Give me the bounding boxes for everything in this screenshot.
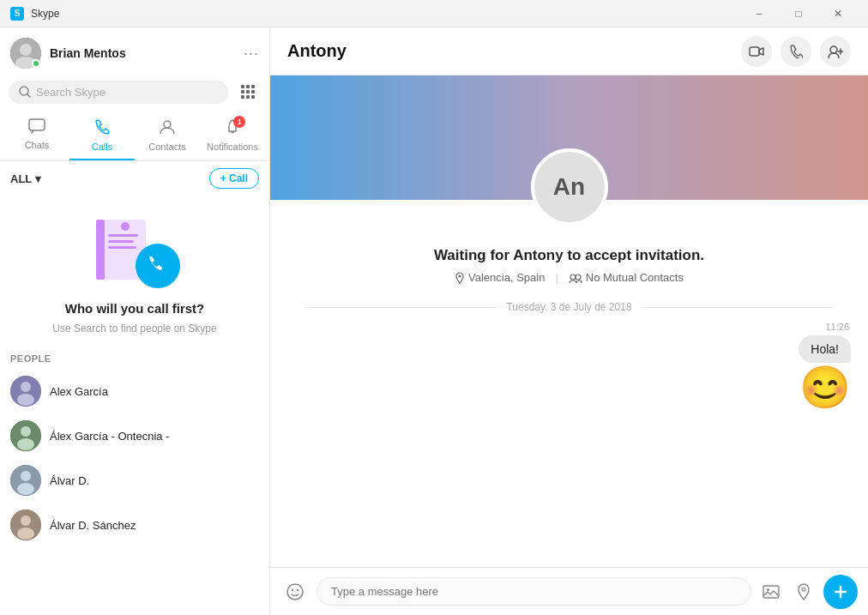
- svg-point-42: [570, 274, 576, 280]
- more-options-button[interactable]: ···: [244, 45, 259, 63]
- tab-chats[interactable]: Chats: [4, 112, 69, 160]
- search-input[interactable]: [36, 86, 218, 99]
- new-call-button[interactable]: + Call: [209, 168, 259, 189]
- svg-point-44: [287, 584, 303, 600]
- emoji-button[interactable]: [280, 577, 310, 606]
- svg-point-45: [292, 588, 293, 590]
- person-avatar-svg: [10, 509, 41, 540]
- svg-rect-22: [108, 246, 136, 249]
- date-line-left: [304, 307, 497, 308]
- avatar-wrap: [10, 38, 41, 69]
- empty-state-heading: Who will you call first?: [65, 301, 205, 316]
- dialpad-button[interactable]: [235, 79, 261, 105]
- list-item[interactable]: Alex García: [0, 369, 269, 413]
- svg-rect-5: [241, 85, 244, 88]
- tab-contacts[interactable]: Contacts: [135, 112, 200, 160]
- invitation-text: Waiting for Antony to accept invitation.: [434, 247, 704, 264]
- list-item[interactable]: Álex García - Ontecnia -: [0, 413, 269, 458]
- minimize-button[interactable]: –: [739, 0, 779, 27]
- person-name: Álvar D.: [50, 474, 89, 487]
- person-avatar-svg: [10, 465, 41, 496]
- user-name: Brian Mentos: [50, 46, 244, 60]
- notification-badge: 1: [233, 116, 245, 128]
- svg-point-33: [17, 483, 34, 495]
- add-contact-button[interactable]: [820, 36, 851, 67]
- message-bubble: Hola!: [799, 335, 851, 363]
- online-indicator: [32, 59, 40, 68]
- video-icon: [749, 45, 764, 57]
- tab-calls[interactable]: Calls: [69, 112, 135, 160]
- people-list: Alex García Álex García - Ontecnia -: [0, 369, 269, 615]
- tab-contacts-label: Contacts: [148, 142, 185, 152]
- svg-point-30: [17, 438, 34, 450]
- search-icon: [19, 86, 31, 98]
- person-name: Álex García - Ontecnia -: [50, 430, 169, 443]
- person-name: Alex García: [50, 385, 108, 398]
- svg-point-48: [767, 588, 769, 591]
- svg-line-4: [27, 94, 31, 98]
- svg-point-38: [830, 46, 837, 53]
- contacts-icon: [159, 118, 176, 140]
- people-label: PEOPLE: [10, 353, 51, 364]
- svg-rect-16: [231, 131, 234, 133]
- svg-point-46: [297, 588, 298, 590]
- tab-notifications-label: Notifications: [207, 142, 258, 152]
- svg-point-36: [17, 528, 34, 540]
- svg-point-24: [136, 244, 180, 288]
- list-item[interactable]: Álvar D.: [0, 458, 269, 503]
- filter-label: ALL: [10, 172, 32, 185]
- svg-point-41: [459, 274, 461, 277]
- empty-state-subtext: Use Search to find people on Skype: [52, 323, 216, 335]
- tab-calls-label: Calls: [92, 142, 112, 152]
- image-button[interactable]: [758, 579, 784, 605]
- new-call-label: + Call: [220, 172, 248, 184]
- svg-point-27: [17, 394, 34, 406]
- date-line-right: [641, 307, 834, 308]
- dialpad-icon: [240, 84, 256, 99]
- contact-name: Antony: [287, 41, 741, 61]
- input-bar: [270, 567, 868, 615]
- nav-tabs: Chats Calls Contacts: [0, 112, 269, 161]
- svg-point-43: [576, 274, 581, 280]
- svg-rect-11: [241, 95, 244, 99]
- main-panel: Antony: [270, 27, 868, 615]
- chat-bubble-icon: [28, 118, 45, 134]
- list-item[interactable]: Álvar D. Sánchez: [0, 503, 269, 547]
- chevron-down-icon: ▾: [35, 172, 41, 185]
- location-button[interactable]: [791, 579, 817, 605]
- svg-point-23: [121, 222, 130, 231]
- avatar: [10, 509, 41, 540]
- message-input[interactable]: [316, 577, 751, 606]
- maximize-button[interactable]: □: [779, 0, 818, 27]
- image-icon: [763, 584, 780, 600]
- svg-rect-20: [108, 234, 138, 237]
- location-meta: Valencia, Spain: [455, 271, 545, 284]
- empty-call-state: Who will you call first? Use Search to f…: [0, 196, 269, 343]
- calls-icon: [93, 118, 111, 140]
- date-label: Tuesday, 3 de July de 2018: [506, 301, 631, 313]
- svg-rect-21: [108, 240, 134, 243]
- person-icon: [159, 118, 176, 136]
- avatar: [10, 420, 41, 451]
- audio-call-button[interactable]: [781, 36, 811, 67]
- messages-area: Tuesday, 3 de July de 2018 11:26 Hola! 😊: [270, 284, 868, 567]
- close-button[interactable]: ✕: [818, 0, 858, 27]
- profile-bar: Brian Mentos ···: [0, 27, 269, 79]
- contact-avatar-large: An: [531, 148, 608, 226]
- svg-point-26: [21, 382, 31, 392]
- tab-notifications[interactable]: 1 Notifications: [200, 112, 265, 160]
- svg-point-29: [21, 426, 31, 437]
- send-button[interactable]: [823, 575, 858, 609]
- input-actions: [758, 579, 817, 605]
- mutual-contacts-meta: No Mutual Contacts: [569, 271, 684, 284]
- svg-rect-9: [246, 90, 250, 93]
- svg-point-1: [20, 44, 32, 56]
- add-person-icon: [828, 45, 843, 58]
- plus-icon: [833, 584, 848, 600]
- svg-rect-47: [763, 586, 779, 598]
- video-call-button[interactable]: [741, 36, 772, 67]
- filter-all-button[interactable]: ALL ▾: [10, 172, 41, 185]
- svg-point-32: [21, 471, 31, 481]
- svg-rect-14: [29, 119, 45, 130]
- call-illustration: [87, 213, 182, 290]
